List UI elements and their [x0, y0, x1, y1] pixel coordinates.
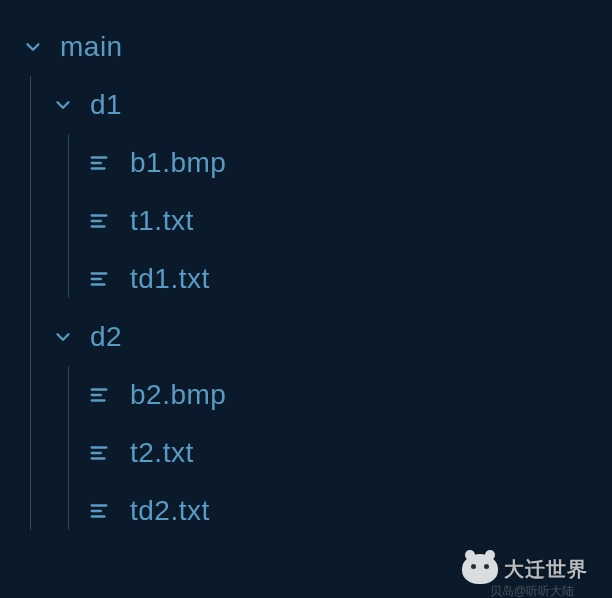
tree-row-file[interactable]: t1.txt [86, 192, 612, 250]
tree-row-file[interactable]: b2.bmp [86, 366, 612, 424]
tree-row-main[interactable]: main [20, 18, 612, 76]
watermark-text: 大迁世界 [504, 556, 588, 583]
tree-row-file[interactable]: td2.txt [86, 482, 612, 540]
tree-row-d1[interactable]: d1 [50, 76, 612, 134]
watermark: 大迁世界 [462, 554, 588, 584]
file-label: b2.bmp [130, 379, 226, 411]
watermark-subtext: 贝岛@听听大陆 [490, 583, 574, 598]
chevron-down-icon [20, 34, 46, 60]
children-main: d1 b1.bmp t1.txt [20, 76, 612, 540]
file-label: t2.txt [130, 437, 194, 469]
file-label: td2.txt [130, 495, 210, 527]
children-d2: b2.bmp t2.txt td2.txt [50, 366, 612, 540]
folder-label: d1 [90, 89, 122, 121]
folder-label: d2 [90, 321, 122, 353]
tree-node-d1: d1 b1.bmp t1.txt [50, 76, 612, 308]
children-d1: b1.bmp t1.txt td1.txt [50, 134, 612, 308]
file-label: td1.txt [130, 263, 210, 295]
file-icon [86, 440, 112, 466]
chevron-down-icon [50, 324, 76, 350]
tree-row-file[interactable]: t2.txt [86, 424, 612, 482]
file-icon [86, 498, 112, 524]
file-label: b1.bmp [130, 147, 226, 179]
file-icon [86, 266, 112, 292]
watermark-logo-icon [462, 554, 498, 584]
folder-label: main [60, 31, 123, 63]
tree-row-file[interactable]: td1.txt [86, 250, 612, 308]
file-icon [86, 382, 112, 408]
file-label: t1.txt [130, 205, 194, 237]
file-icon [86, 150, 112, 176]
tree-node-d2: d2 b2.bmp t2.txt [50, 308, 612, 540]
file-tree: main d1 b1.bmp [0, 0, 612, 540]
file-icon [86, 208, 112, 234]
tree-row-file[interactable]: b1.bmp [86, 134, 612, 192]
tree-row-d2[interactable]: d2 [50, 308, 612, 366]
chevron-down-icon [50, 92, 76, 118]
tree-node-root: main d1 b1.bmp [20, 18, 612, 540]
